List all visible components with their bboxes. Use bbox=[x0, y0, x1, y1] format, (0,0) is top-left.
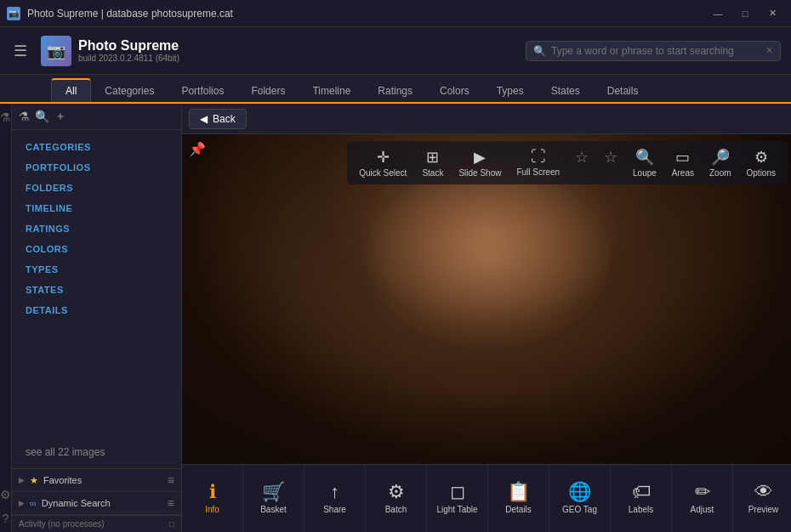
back-chevron-icon: ◀ bbox=[200, 113, 208, 125]
info-tool-button[interactable]: ℹ Info bbox=[182, 465, 243, 533]
areas-icon: ▭ bbox=[675, 148, 690, 167]
dynamic-search-menu-icon[interactable]: ≡ bbox=[168, 496, 174, 510]
tab-portfolios[interactable]: Portfolios bbox=[168, 80, 237, 102]
window-controls[interactable]: — □ ✕ bbox=[706, 5, 784, 22]
search-sidebar-button[interactable]: 🔍 bbox=[35, 110, 49, 123]
favorites-expand-icon: ▶ bbox=[19, 476, 25, 484]
sidebar-item-colors[interactable]: COLORS bbox=[12, 239, 181, 259]
sidebar-item-types[interactable]: TYPES bbox=[12, 259, 181, 280]
back-label: Back bbox=[213, 113, 236, 125]
basket-tool-button[interactable]: 🛒 Basket bbox=[243, 465, 304, 533]
tab-colors[interactable]: Colors bbox=[426, 80, 483, 102]
favorites-menu-icon[interactable]: ≡ bbox=[168, 473, 174, 487]
sidebar-item-details[interactable]: DETAILS bbox=[12, 300, 181, 320]
fullscreen-tool[interactable]: ⛶ Full Screen bbox=[509, 144, 566, 181]
basket-icon: 🛒 bbox=[262, 483, 285, 501]
details-label: Details bbox=[505, 505, 532, 515]
adjust-icon: ✏ bbox=[695, 483, 710, 501]
maximize-button[interactable]: □ bbox=[733, 5, 757, 22]
loupe-icon: 🔍 bbox=[635, 148, 654, 167]
help-icon[interactable]: ? bbox=[3, 512, 9, 525]
rating1-tool[interactable]: ☆ bbox=[568, 144, 595, 181]
content-area: ◀ Back 📌 ✛ Quick Select bbox=[182, 104, 791, 532]
app-small-icon: 📷 bbox=[7, 7, 20, 20]
logo-icon: 📷 bbox=[41, 36, 71, 66]
favorites-item[interactable]: ▶ ★ Favorites ≡ bbox=[12, 469, 181, 492]
pin-button[interactable]: 📌 bbox=[189, 141, 206, 157]
search-clear-button[interactable]: ✕ bbox=[765, 45, 773, 56]
tab-timeline[interactable]: Timeline bbox=[299, 80, 364, 102]
sidebar-item-ratings[interactable]: RATINGS bbox=[12, 218, 181, 239]
adjust-tool-button[interactable]: ✏ Adjust bbox=[672, 465, 733, 533]
window-title: Photo Supreme | database photosupreme.ca… bbox=[27, 8, 233, 20]
left-icon-column: ⚗ ⚙ ? bbox=[0, 104, 12, 532]
hamburger-button[interactable]: ☰ bbox=[10, 38, 31, 64]
quick-select-tool[interactable]: ✛ Quick Select bbox=[352, 144, 413, 181]
light-table-icon: ◻ bbox=[450, 483, 465, 501]
zoom-label: Zoom bbox=[709, 168, 731, 178]
zoom-tool[interactable]: 🔎 Zoom bbox=[703, 144, 738, 181]
dynamic-search-expand-icon: ▶ bbox=[19, 499, 25, 507]
areas-tool[interactable]: ▭ Areas bbox=[665, 144, 701, 181]
slideshow-icon: ▶ bbox=[474, 148, 486, 167]
tab-categories[interactable]: Categories bbox=[91, 80, 168, 102]
main-layout: ⚗ ⚙ ? ⚗ 🔍 ＋ CATEGORIES PORTFOLIOS FOLDER… bbox=[0, 104, 791, 532]
see-all-link[interactable]: see all 22 images bbox=[12, 436, 181, 468]
add-button[interactable]: ＋ bbox=[54, 109, 66, 124]
rating2-tool[interactable]: ☆ bbox=[597, 144, 624, 181]
sidebar-bottom: ▶ ★ Favorites ≡ ▶ ∞ Dynamic Search ≡ Act… bbox=[12, 468, 181, 532]
sidebar: ⚗ 🔍 ＋ CATEGORIES PORTFOLIOS FOLDERS TIME… bbox=[12, 104, 182, 532]
rating2-icon: ☆ bbox=[604, 148, 617, 167]
sidebar-item-categories[interactable]: CATEGORIES bbox=[12, 137, 181, 157]
labels-label: Labels bbox=[629, 505, 653, 515]
sidebar-items: CATEGORIES PORTFOLIOS FOLDERS TIMELINE R… bbox=[12, 130, 181, 436]
floating-toolbar: ✛ Quick Select ⊞ Stack ▶ Slide Show ⛶ Fu… bbox=[347, 141, 788, 184]
light-table-tool-button[interactable]: ◻ Light Table bbox=[427, 465, 488, 533]
back-button[interactable]: ◀ Back bbox=[189, 109, 247, 129]
filter-icon[interactable]: ⚗ bbox=[0, 110, 11, 124]
sidebar-item-states[interactable]: STATES bbox=[12, 280, 181, 300]
slideshow-tool[interactable]: ▶ Slide Show bbox=[452, 144, 508, 181]
app-logo: 📷 Photo Supreme build 2023.0.2.4811 (64b… bbox=[41, 36, 179, 66]
quick-select-label: Quick Select bbox=[359, 168, 407, 178]
geo-tag-icon: 🌐 bbox=[568, 483, 591, 501]
settings-icon[interactable]: ⚙ bbox=[0, 488, 11, 501]
dynamic-search-label: Dynamic Search bbox=[42, 498, 111, 508]
geo-tag-tool-button[interactable]: 🌐 GEO Tag bbox=[549, 465, 611, 533]
tab-types[interactable]: Types bbox=[483, 80, 538, 102]
search-input[interactable] bbox=[551, 45, 760, 57]
slideshow-label: Slide Show bbox=[458, 168, 501, 178]
stack-tool[interactable]: ⊞ Stack bbox=[415, 144, 450, 181]
sidebar-item-portfolios[interactable]: PORTFOLIOS bbox=[12, 157, 181, 178]
labels-tool-button[interactable]: 🏷 Labels bbox=[611, 465, 672, 533]
filter-button[interactable]: ⚗ bbox=[19, 110, 30, 123]
details-tool-button[interactable]: 📋 Details bbox=[488, 465, 549, 533]
close-button[interactable]: ✕ bbox=[760, 5, 784, 22]
tab-all[interactable]: All bbox=[51, 78, 91, 102]
dynamic-search-item[interactable]: ▶ ∞ Dynamic Search ≡ bbox=[12, 492, 181, 515]
share-tool-button[interactable]: ↑ Share bbox=[304, 465, 366, 533]
sidebar-item-folders[interactable]: FOLDERS bbox=[12, 178, 181, 198]
loupe-tool[interactable]: 🔍 Loupe bbox=[626, 144, 663, 181]
sidebar-item-timeline[interactable]: TIMELINE bbox=[12, 198, 181, 218]
basket-label: Basket bbox=[260, 505, 287, 515]
stack-icon: ⊞ bbox=[426, 148, 439, 167]
search-bar[interactable]: 🔍 ✕ bbox=[526, 41, 781, 61]
tab-states[interactable]: States bbox=[538, 80, 594, 102]
labels-icon: 🏷 bbox=[632, 483, 651, 501]
light-table-label: Light Table bbox=[436, 505, 477, 515]
bottom-toolbar: ℹ Info 🛒 Basket ↑ Share ⚙ Batch ◻ Light … bbox=[182, 464, 791, 532]
details-icon: 📋 bbox=[507, 483, 530, 501]
minimize-button[interactable]: — bbox=[706, 5, 730, 22]
batch-tool-button[interactable]: ⚙ Batch bbox=[366, 465, 427, 533]
tab-details[interactable]: Details bbox=[594, 80, 652, 102]
dynamic-search-link-icon: ∞ bbox=[30, 498, 37, 508]
app-header: ☰ 📷 Photo Supreme build 2023.0.2.4811 (6… bbox=[0, 27, 791, 75]
options-tool[interactable]: ⚙ Options bbox=[740, 144, 782, 181]
adjust-label: Adjust bbox=[691, 505, 714, 515]
tab-folders[interactable]: Folders bbox=[237, 80, 299, 102]
tab-ratings[interactable]: Ratings bbox=[364, 80, 426, 102]
preview-tool-button[interactable]: 👁 Preview bbox=[733, 465, 791, 533]
search-icon: 🔍 bbox=[533, 45, 546, 57]
options-icon: ⚙ bbox=[754, 148, 768, 167]
